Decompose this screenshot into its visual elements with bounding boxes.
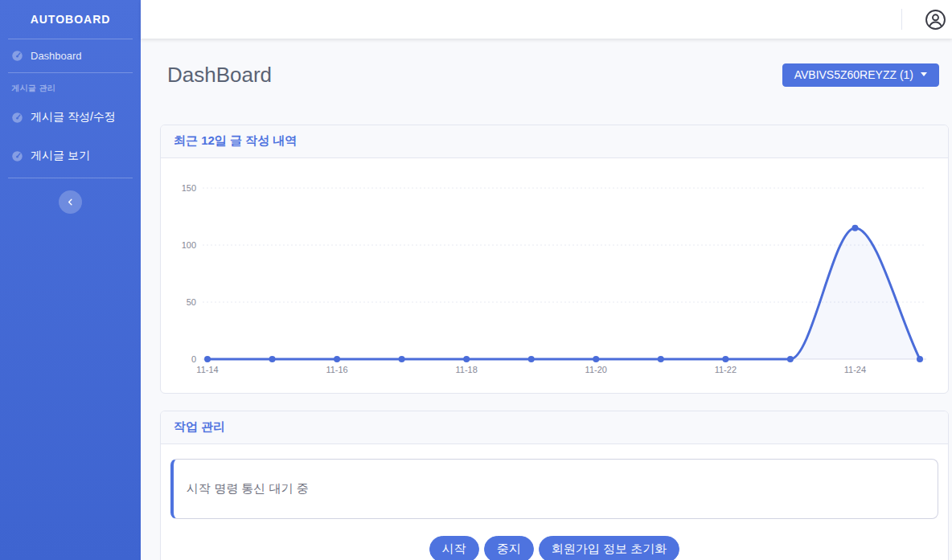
job-card-body: 시작 명령 통신 대기 중 시작 중지 회원가입 정보 초기화	[161, 444, 948, 560]
posts-line-chart: 05010015011-1411-1611-1811-2011-2211-24	[161, 158, 948, 393]
recent-posts-card-title: 최근 12일 글 작성 내역	[161, 125, 948, 158]
svg-text:11-16: 11-16	[326, 365, 347, 374]
chart-card-body: 05010015011-1411-1611-1811-2011-2211-24	[161, 158, 948, 393]
job-buttons-row: 시작 중지 회원가입 정보 초기화	[170, 536, 938, 560]
recent-posts-card: 최근 12일 글 작성 내역 05010015011-1411-1611-181…	[160, 125, 949, 394]
svg-text:100: 100	[182, 240, 196, 250]
sidebar-item-label: 게시글 작성/수정	[31, 110, 116, 125]
main-area: DashBoard AVBIVS5Z60REYZZ (1) 최근 12일 글 작…	[141, 0, 952, 560]
sidebar-divider	[8, 178, 133, 178]
job-status-box: 시작 명령 통신 대기 중	[170, 459, 938, 519]
svg-text:11-18: 11-18	[456, 365, 478, 374]
sidebar: AUTOBOARD Dashboard 게시글 관리 게시글 작성/수정	[0, 0, 141, 560]
job-status-message: 시작 명령 통신 대기 중	[187, 481, 309, 495]
job-management-card: 작업 관리 시작 명령 통신 대기 중 시작 중지 회원가입 정보 초기화	[160, 411, 949, 560]
user-circle-icon	[925, 9, 946, 31]
sidebar-item-dashboard[interactable]: Dashboard	[0, 39, 141, 72]
sidebar-item-label: Dashboard	[31, 50, 82, 62]
tachometer-icon	[11, 50, 23, 62]
user-menu-button[interactable]	[925, 9, 946, 31]
sidebar-item-post-view[interactable]: 게시글 보기	[0, 139, 141, 173]
tachometer-icon	[11, 112, 23, 124]
chevron-left-icon	[66, 198, 75, 206]
account-dropdown-button[interactable]: AVBIVS5Z60REYZZ (1)	[782, 63, 939, 87]
sidebar-section-heading: 게시글 관리	[11, 83, 129, 94]
svg-text:11-14: 11-14	[196, 365, 218, 374]
page-title: DashBoard	[167, 63, 272, 88]
job-card-title: 작업 관리	[161, 411, 948, 444]
start-button[interactable]: 시작	[429, 536, 479, 560]
svg-text:11-20: 11-20	[585, 365, 607, 374]
tachometer-icon	[11, 150, 23, 162]
brand-title: AUTOBOARD	[31, 13, 111, 26]
svg-text:150: 150	[182, 183, 196, 193]
account-dropdown-label: AVBIVS5Z60REYZZ (1)	[794, 68, 913, 81]
stop-button[interactable]: 중지	[484, 536, 534, 560]
svg-text:11-24: 11-24	[844, 365, 866, 374]
topbar	[141, 0, 952, 39]
topbar-divider	[901, 9, 902, 30]
svg-text:50: 50	[187, 297, 196, 307]
page-content: DashBoard AVBIVS5Z60REYZZ (1) 최근 12일 글 작…	[141, 39, 952, 560]
svg-text:11-22: 11-22	[715, 365, 737, 374]
sidebar-collapse-button[interactable]	[59, 190, 82, 214]
brand-link[interactable]: AUTOBOARD	[0, 0, 141, 39]
page-head: DashBoard AVBIVS5Z60REYZZ (1)	[160, 60, 949, 89]
svg-text:0: 0	[191, 354, 196, 364]
reset-signup-info-button[interactable]: 회원가입 정보 초기화	[539, 536, 679, 560]
caret-down-icon	[921, 72, 927, 76]
sidebar-divider	[8, 72, 133, 73]
sidebar-item-post-edit[interactable]: 게시글 작성/수정	[0, 100, 141, 134]
sidebar-item-label: 게시글 보기	[31, 149, 90, 163]
app-window: AUTOBOARD Dashboard 게시글 관리 게시글 작성/수정	[0, 0, 952, 560]
